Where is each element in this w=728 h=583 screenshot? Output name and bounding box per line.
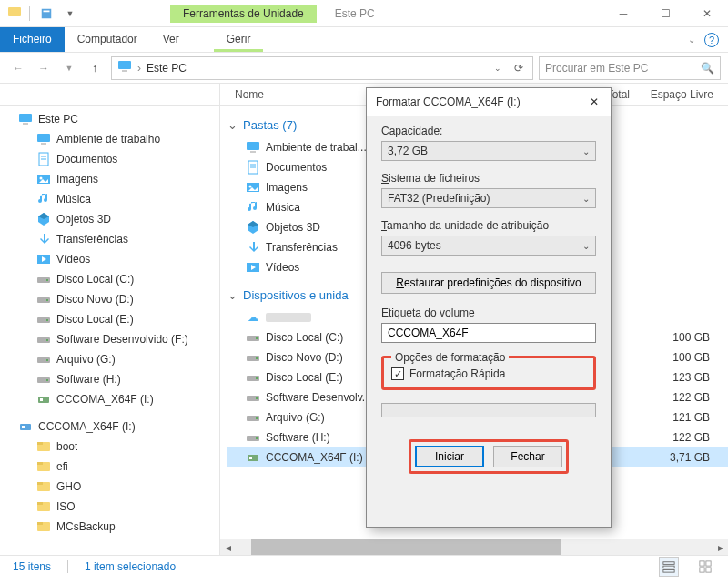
tree-item[interactable]: GHO — [0, 477, 219, 497]
status-selection: 1 item selecionado — [85, 560, 176, 573]
dialog-title-text: Formatar CCCOMA_X64F (I:) — [376, 95, 521, 108]
drive-icon — [246, 350, 260, 365]
up-button[interactable]: ↑ — [84, 57, 106, 79]
close-button[interactable]: ✕ — [686, 0, 728, 27]
svg-rect-73 — [663, 569, 674, 572]
quick-format-checkbox[interactable]: ✓ Formatação Rápida — [391, 367, 586, 380]
svg-point-60 — [256, 357, 258, 359]
tree-item[interactable]: Vídeos — [0, 249, 219, 269]
svg-point-51 — [249, 186, 252, 188]
svg-rect-71 — [663, 561, 674, 564]
statusbar: 15 itens 1 item selecionado — [0, 555, 728, 577]
qat-dropdown-icon[interactable]: ▼ — [61, 5, 79, 23]
dialog-close-button[interactable]: ✕ — [587, 95, 602, 109]
window-title: Este PC — [335, 7, 375, 20]
tree-item[interactable]: CCCOMA_X64F (I:) — [0, 389, 219, 409]
search-icon[interactable]: 🔍 — [701, 62, 714, 75]
minimize-button[interactable]: ─ — [602, 0, 644, 27]
header-name[interactable]: Nome — [220, 84, 366, 105]
back-button[interactable]: ← — [7, 57, 29, 79]
maximize-button[interactable]: ☐ — [644, 0, 686, 27]
address-dropdown-icon[interactable]: ⌄ — [490, 64, 505, 73]
tree-item[interactable]: Ambiente de trabalho — [0, 129, 219, 149]
item-icon — [246, 200, 260, 215]
column-headers: Nome o Total Espaço Livre — [0, 84, 728, 106]
restore-defaults-button[interactable]: Restaurar predefinições do dispositivo — [381, 272, 596, 294]
item-icon — [36, 252, 51, 266]
tree-item[interactable]: ISO — [0, 497, 219, 517]
item-icon — [36, 292, 51, 307]
tree-item[interactable]: Disco Local (C:) — [0, 269, 219, 289]
drive-icon — [246, 410, 260, 425]
tree-item[interactable]: Documentos — [0, 149, 219, 169]
close-button-dialog[interactable]: Fechar — [493, 446, 562, 467]
help-icon[interactable]: ? — [704, 33, 719, 47]
svg-rect-31 — [38, 397, 49, 403]
svg-rect-42 — [37, 502, 43, 505]
recent-locations-icon[interactable]: ▼ — [58, 57, 80, 79]
view-details-button[interactable] — [659, 557, 679, 577]
drive-size: 100 GB — [672, 331, 728, 344]
tree-item[interactable]: MCsBackup — [0, 517, 219, 537]
status-item-count: 15 itens — [13, 560, 51, 573]
item-icon — [246, 180, 260, 195]
horizontal-scrollbar[interactable]: ◂ ▸ — [220, 539, 728, 555]
svg-rect-40 — [37, 482, 43, 485]
start-button[interactable]: Iniciar — [415, 446, 484, 467]
scroll-right-icon[interactable]: ▸ — [713, 539, 728, 555]
tab-file[interactable]: Ficheiro — [0, 27, 65, 52]
navigation-tree: Este PC Ambiente de trabalhoDocumentosIm… — [0, 106, 220, 555]
volume-label-input[interactable] — [381, 323, 596, 343]
breadcrumb[interactable]: Este PC — [147, 62, 187, 75]
qat-properties-icon[interactable] — [37, 5, 56, 23]
tab-view[interactable]: Ver — [150, 27, 192, 52]
tree-item[interactable]: boot — [0, 437, 219, 457]
format-dialog: Formatar CCCOMA_X64F (I:) ✕ Capacidade: … — [366, 87, 612, 528]
tree-item[interactable]: Disco Novo (D:) — [0, 289, 219, 309]
tree-item[interactable]: Software Desenvolvido (F:) — [0, 329, 219, 349]
tree-este-pc[interactable]: Este PC — [0, 109, 219, 129]
ribbon-collapse-icon[interactable]: ⌄ — [688, 35, 695, 45]
addressbar: ← → ▼ ↑ › Este PC ⌄ ⟳ Procurar em Este P… — [0, 53, 728, 84]
item-icon — [36, 152, 51, 166]
tree-removable-drive[interactable]: CCCOMA_X64F (I:) — [0, 417, 219, 437]
svg-rect-1 — [42, 8, 52, 18]
svg-point-68 — [256, 437, 258, 439]
address-field[interactable]: › Este PC ⌄ ⟳ — [111, 56, 533, 80]
scroll-left-icon[interactable]: ◂ — [220, 539, 236, 555]
allocation-select[interactable]: 4096 bytes ⌄ — [381, 236, 596, 256]
view-large-icons-button[interactable] — [695, 557, 715, 577]
capacity-select[interactable]: 3,72 GB ⌄ — [381, 141, 596, 161]
tree-item[interactable]: Arquivo (G:) — [0, 349, 219, 369]
tab-manage[interactable]: Gerir — [214, 27, 264, 52]
collapse-icon: ⌄ — [228, 288, 238, 302]
item-icon — [36, 192, 51, 206]
item-icon — [246, 220, 260, 235]
tree-item[interactable]: Música — [0, 189, 219, 209]
folder-icon — [36, 479, 51, 494]
capacity-label: Capacidade: — [381, 125, 596, 137]
tab-computer[interactable]: Computador — [65, 27, 150, 52]
tree-item[interactable]: Objetos 3D — [0, 209, 219, 229]
drive-icon — [246, 330, 260, 345]
pc-icon — [117, 59, 132, 76]
search-placeholder: Procurar em Este PC — [545, 62, 648, 75]
tree-item[interactable]: Imagens — [0, 169, 219, 189]
tree-item[interactable]: Software (H:) — [0, 369, 219, 389]
svg-point-62 — [256, 377, 258, 379]
search-input[interactable]: Procurar em Este PC 🔍 — [539, 56, 721, 80]
breadcrumb-separator-icon[interactable]: › — [137, 62, 141, 75]
chevron-down-icon: ⌄ — [582, 194, 590, 204]
tree-item[interactable]: Transferências — [0, 229, 219, 249]
folder-icon — [36, 439, 51, 454]
refresh-icon[interactable]: ⟳ — [511, 62, 527, 75]
svg-rect-34 — [22, 426, 25, 428]
svg-point-58 — [256, 337, 258, 339]
tree-item[interactable]: efi — [0, 457, 219, 477]
header-free[interactable]: Espaço Livre — [637, 84, 728, 105]
forward-button[interactable]: → — [33, 57, 55, 79]
scrollbar-thumb[interactable] — [251, 539, 561, 555]
filesystem-select[interactable]: FAT32 (Predefinição) ⌄ — [381, 188, 596, 208]
tree-item[interactable]: Disco Local (E:) — [0, 309, 219, 329]
svg-point-13 — [40, 177, 43, 180]
